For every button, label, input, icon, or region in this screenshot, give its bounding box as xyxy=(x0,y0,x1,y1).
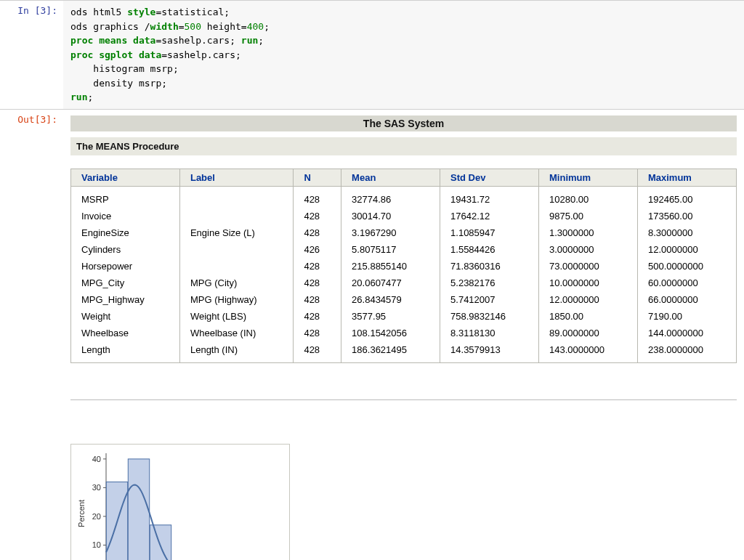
cell-stddev: 5.7412007 xyxy=(440,291,539,308)
cell-variable: Wheelbase xyxy=(71,325,180,341)
cell-mean: 30014.70 xyxy=(341,208,440,224)
cell-max: 12.0000000 xyxy=(637,241,736,258)
cell-max: 66.0000000 xyxy=(637,291,736,308)
table-row: Invoice42830014.7017642.129875.00173560.… xyxy=(71,208,737,224)
cell-stddev: 8.3118130 xyxy=(440,325,539,341)
table-row: MSRP42832774.8619431.7210280.00192465.00 xyxy=(71,186,737,208)
sas-proc-title: The MEANS Procedure xyxy=(70,137,737,155)
table-header-row: Variable Label N Mean Std Dev Minimum Ma… xyxy=(71,169,737,186)
cell-variable: Horsepower xyxy=(71,258,180,275)
cell-variable: MPG_City xyxy=(71,275,180,291)
col-n: N xyxy=(294,169,341,186)
cell-max: 8.3000000 xyxy=(637,224,736,241)
output-area: The SAS System The MEANS Procedure Varia… xyxy=(63,110,744,561)
cell-min: 12.0000000 xyxy=(539,291,638,308)
table-row: LengthLength (IN)428186.362149514.357991… xyxy=(71,341,737,363)
col-stddev: Std Dev xyxy=(440,169,539,186)
sas-system-title: The SAS System xyxy=(70,115,737,131)
cell-stddev: 17642.12 xyxy=(440,208,539,224)
cell-label: Wheelbase (IN) xyxy=(179,325,293,341)
svg-rect-23 xyxy=(128,458,149,560)
cell-max: 238.0000000 xyxy=(637,341,736,363)
cell-stddev: 71.8360316 xyxy=(440,258,539,275)
cell-min: 1850.00 xyxy=(539,308,638,325)
cell-label: MPG (Highway) xyxy=(179,291,293,308)
table-row: MPG_HighwayMPG (Highway)42826.84345795.7… xyxy=(71,291,737,308)
cell-mean: 186.3621495 xyxy=(341,341,440,363)
cell-label xyxy=(179,241,293,258)
cell-label: Engine Size (L) xyxy=(179,224,293,241)
cell-min: 10.0000000 xyxy=(539,275,638,291)
table-row: WheelbaseWheelbase (IN)428108.15420568.3… xyxy=(71,325,737,341)
out-prompt: Out[3]: xyxy=(0,110,63,561)
col-variable: Variable xyxy=(71,169,180,186)
cell-n: 428 xyxy=(294,291,341,308)
cell-stddev: 1.5584426 xyxy=(440,241,539,258)
in-prompt: In [3]: xyxy=(0,1,63,109)
input-cell: In [3]: ods html5 style=statistical; ods… xyxy=(0,0,744,110)
cell-min: 10280.00 xyxy=(539,186,638,208)
cell-min: 89.0000000 xyxy=(539,325,638,341)
cell-label xyxy=(179,258,293,275)
col-min: Minimum xyxy=(539,169,638,186)
cell-stddev: 1.1085947 xyxy=(440,224,539,241)
cell-n: 428 xyxy=(294,308,341,325)
histogram-chart: 010203040$0$50,000$100,000$150,000$200,0… xyxy=(70,444,290,561)
cell-min: 3.0000000 xyxy=(539,241,638,258)
table-row: MPG_CityMPG (City)42820.06074775.2382176… xyxy=(71,275,737,291)
cell-n: 428 xyxy=(294,275,341,291)
svg-text:Percent: Percent xyxy=(77,500,86,527)
svg-text:30: 30 xyxy=(92,483,101,492)
cell-mean: 108.1542056 xyxy=(341,325,440,341)
col-max: Maximum xyxy=(637,169,736,186)
cell-label: Length (IN) xyxy=(179,341,293,363)
cell-n: 426 xyxy=(294,241,341,258)
cell-variable: Cylinders xyxy=(71,241,180,258)
cell-label: Weight (LBS) xyxy=(179,308,293,325)
cell-stddev: 5.2382176 xyxy=(440,275,539,291)
svg-text:20: 20 xyxy=(92,511,101,520)
cell-stddev: 758.9832146 xyxy=(440,308,539,325)
cell-mean: 20.0607477 xyxy=(341,275,440,291)
cell-mean: 215.8855140 xyxy=(341,258,440,275)
cell-n: 428 xyxy=(294,341,341,363)
cell-variable: MSRP xyxy=(71,186,180,208)
chart-svg: 010203040$0$50,000$100,000$150,000$200,0… xyxy=(74,447,286,561)
svg-text:40: 40 xyxy=(92,454,101,463)
means-table: Variable Label N Mean Std Dev Minimum Ma… xyxy=(70,169,737,363)
cell-label: MPG (City) xyxy=(179,275,293,291)
cell-n: 428 xyxy=(294,208,341,224)
col-mean: Mean xyxy=(341,169,440,186)
table-row: WeightWeight (LBS)4283577.95758.98321461… xyxy=(71,308,737,325)
cell-min: 143.0000000 xyxy=(539,341,638,363)
cell-variable: MPG_Highway xyxy=(71,291,180,308)
cell-stddev: 19431.72 xyxy=(440,186,539,208)
code-editor[interactable]: ods html5 style=statistical; ods graphic… xyxy=(63,1,744,109)
svg-rect-24 xyxy=(150,524,171,560)
cell-variable: Invoice xyxy=(71,208,180,224)
cell-label xyxy=(179,186,293,208)
cell-min: 73.0000000 xyxy=(539,258,638,275)
table-row: EngineSizeEngine Size (L)4283.19672901.1… xyxy=(71,224,737,241)
cell-mean: 5.8075117 xyxy=(341,241,440,258)
cell-max: 7190.00 xyxy=(637,308,736,325)
cell-n: 428 xyxy=(294,224,341,241)
output-cell: Out[3]: The SAS System The MEANS Procedu… xyxy=(0,110,744,561)
cell-variable: Weight xyxy=(71,308,180,325)
cell-variable: Length xyxy=(71,341,180,363)
cell-max: 192465.00 xyxy=(637,186,736,208)
output-separator xyxy=(70,399,737,400)
cell-max: 173560.00 xyxy=(637,208,736,224)
svg-text:10: 10 xyxy=(92,540,101,549)
cell-min: 1.3000000 xyxy=(539,224,638,241)
cell-max: 60.0000000 xyxy=(637,275,736,291)
cell-mean: 32774.86 xyxy=(341,186,440,208)
cell-n: 428 xyxy=(294,258,341,275)
cell-max: 144.0000000 xyxy=(637,325,736,341)
cell-label xyxy=(179,208,293,224)
table-row: Cylinders4265.80751171.55844263.00000001… xyxy=(71,241,737,258)
col-label: Label xyxy=(179,169,293,186)
cell-mean: 26.8434579 xyxy=(341,291,440,308)
cell-n: 428 xyxy=(294,325,341,341)
cell-mean: 3.1967290 xyxy=(341,224,440,241)
